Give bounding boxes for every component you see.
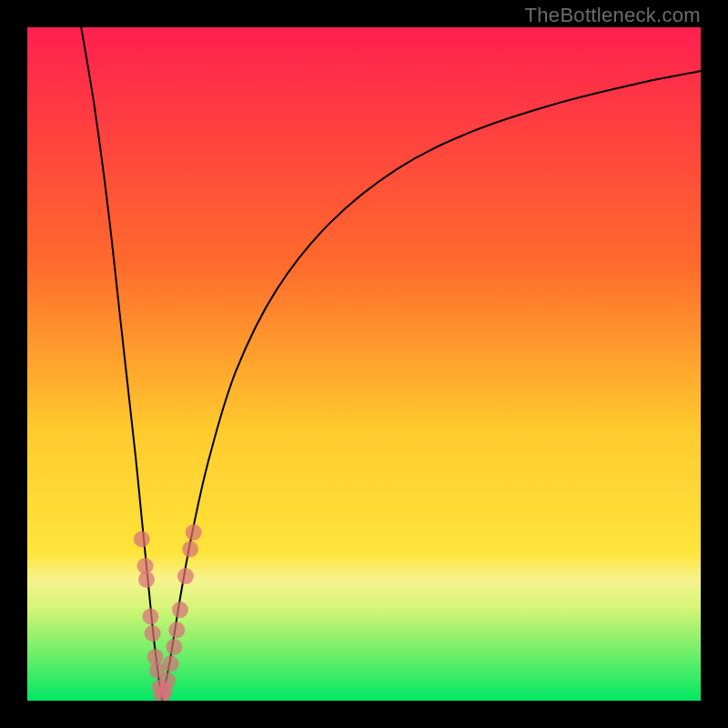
right-branch bbox=[162, 71, 701, 701]
highlight-marker bbox=[159, 672, 176, 689]
watermark-text: TheBottleneck.com bbox=[525, 4, 701, 27]
highlight-marker bbox=[138, 571, 155, 588]
highlight-marker bbox=[186, 524, 202, 541]
highlight-marker bbox=[163, 655, 179, 672]
curve-layer bbox=[27, 27, 701, 701]
highlight-marker bbox=[182, 541, 198, 558]
highlight-marker bbox=[168, 622, 185, 638]
highlight-marker bbox=[172, 602, 188, 618]
plot-frame bbox=[27, 27, 701, 701]
highlight-markers bbox=[134, 524, 202, 701]
highlight-marker bbox=[145, 625, 161, 642]
highlight-marker bbox=[134, 531, 150, 547]
highlight-marker bbox=[177, 568, 194, 584]
left-branch bbox=[81, 27, 162, 701]
highlight-marker bbox=[142, 609, 158, 625]
highlight-marker bbox=[166, 639, 182, 655]
